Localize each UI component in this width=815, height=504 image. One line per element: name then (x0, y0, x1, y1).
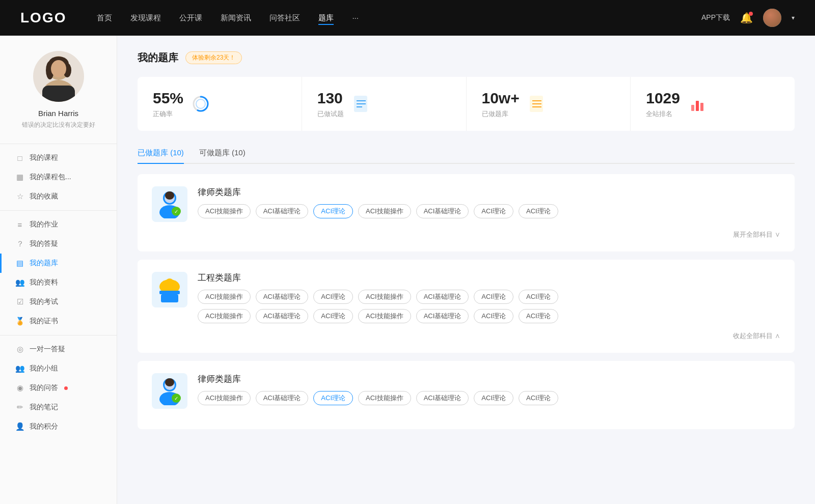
tag-3-3[interactable]: ACI理论 (313, 391, 353, 405)
stat-done-banks-value: 10w+ (482, 89, 520, 107)
svg-rect-20 (696, 101, 699, 111)
tag-2a-7[interactable]: ACI理论 (519, 290, 558, 304)
svg-point-35 (165, 378, 174, 386)
tag-3-4[interactable]: ACI技能操作 (358, 391, 411, 405)
sidebar-item-points[interactable]: 👤 我的积分 (0, 417, 117, 436)
tag-3-5[interactable]: ACI基础理论 (416, 391, 469, 405)
course-package-icon: ▦ (15, 173, 24, 182)
tag-2b-6[interactable]: ACI理论 (474, 309, 513, 323)
tag-1-5[interactable]: ACI基础理论 (416, 204, 469, 218)
stat-site-rank-info: 1029 全站排名 (646, 89, 680, 119)
sidebar-label-my-qa: 我的问答 (30, 383, 58, 393)
sidebar-item-my-qa[interactable]: ◉ 我的问答 (0, 378, 117, 398)
tag-1-6[interactable]: ACI理论 (474, 204, 513, 218)
avatar-illustration (33, 51, 84, 102)
sidebar-item-certificate[interactable]: 🏅 我的证书 (0, 312, 117, 331)
sidebar-label-materials: 我的资料 (30, 278, 58, 287)
qbank-card-lawyer-header: ✓ 律师类题库 ACI技能操作 ACI基础理论 ACI理论 ACI技能操作 AC… (152, 186, 780, 222)
sidebar-item-exam[interactable]: ☑ 我的考试 (0, 292, 117, 312)
nav-home[interactable]: 首页 (97, 13, 112, 23)
tag-2a-4[interactable]: ACI技能操作 (358, 290, 411, 304)
stat-done-banks-label: 已做题库 (482, 109, 520, 119)
sidebar-item-one-on-one[interactable]: ◎ 一对一答疑 (0, 340, 117, 359)
svg-point-6 (51, 60, 66, 77)
sidebar-item-notes[interactable]: ✏ 我的笔记 (0, 398, 117, 417)
main-content: 我的题库 体验剩余23天！ 55% 正确率 (117, 36, 815, 504)
svg-rect-29 (159, 291, 180, 294)
sidebar-item-favorites[interactable]: ☆ 我的收藏 (0, 187, 117, 206)
stat-correct-rate-value: 55% (153, 89, 183, 107)
nav-discover[interactable]: 发现课程 (130, 13, 161, 23)
nav-news[interactable]: 新闻资讯 (221, 13, 251, 23)
nav-qa[interactable]: 问答社区 (269, 13, 300, 23)
main-layout: Brian Harris 错误的决定比没有决定要好 □ 我的课程 ▦ 我的课程包… (0, 36, 815, 504)
tag-3-7[interactable]: ACI理论 (519, 391, 558, 405)
stat-done-questions: 130 已做试题 (302, 77, 467, 131)
sidebar-item-course-package[interactable]: ▦ 我的课程包... (0, 167, 117, 187)
notification-bell-icon[interactable]: 🔔 (740, 12, 753, 24)
sidebar-item-qbank[interactable]: ▤ 我的题库 (0, 254, 117, 273)
nav-opencourse[interactable]: 公开课 (179, 13, 202, 23)
correct-rate-icon (192, 95, 210, 113)
sidebar-item-group[interactable]: 👥 我的小组 (0, 359, 117, 378)
tag-1-3[interactable]: ACI理论 (313, 204, 353, 218)
tag-2a-5[interactable]: ACI基础理论 (416, 290, 469, 304)
tag-2b-1[interactable]: ACI技能操作 (198, 309, 251, 323)
my-qa-icon: ◉ (15, 383, 24, 393)
tag-2a-3[interactable]: ACI理论 (313, 290, 353, 304)
sidebar-item-homework[interactable]: ≡ 我的作业 (0, 215, 117, 234)
stat-done-banks: 10w+ 已做题库 (467, 77, 631, 131)
stat-correct-rate-label: 正确率 (153, 109, 183, 119)
done-questions-icon (352, 95, 370, 113)
tag-2a-6[interactable]: ACI理论 (474, 290, 513, 304)
notes-icon: ✏ (15, 403, 24, 412)
points-icon: 👤 (15, 422, 24, 431)
nav-qbank[interactable]: 题库 (318, 13, 334, 23)
stat-site-rank: 1029 全站排名 (631, 77, 795, 131)
sidebar-label-questions: 我的答疑 (30, 239, 58, 248)
tag-2b-7[interactable]: ACI理论 (519, 309, 558, 323)
tag-1-7[interactable]: ACI理论 (519, 204, 558, 218)
stat-correct-rate: 55% 正确率 (138, 77, 302, 131)
sidebar-item-my-courses[interactable]: □ 我的课程 (0, 148, 117, 167)
qbank-title-1: 律师类题库 (198, 186, 780, 198)
qbank-icon: ▤ (15, 259, 24, 268)
tab-done-banks[interactable]: 已做题库 (10) (138, 143, 184, 164)
chevron-down-icon[interactable]: ▾ (792, 14, 795, 21)
expand-link-2[interactable]: 收起全部科目 ∧ (152, 331, 780, 341)
tag-2b-5[interactable]: ACI基础理论 (416, 309, 469, 323)
materials-icon: 👥 (15, 278, 24, 287)
sidebar-label-one-on-one: 一对一答疑 (30, 345, 65, 354)
sidebar-label-my-courses: 我的课程 (30, 153, 58, 162)
sidebar-label-group: 我的小组 (30, 364, 58, 373)
tag-3-6[interactable]: ACI理论 (474, 391, 513, 405)
tag-2b-4[interactable]: ACI技能操作 (358, 309, 411, 323)
pie-chart-icon (192, 95, 210, 113)
sidebar-item-questions[interactable]: ？ 我的答疑 (0, 234, 117, 254)
tag-1-1[interactable]: ACI技能操作 (198, 204, 251, 218)
tag-2b-3[interactable]: ACI理论 (313, 309, 353, 323)
tag-2a-2[interactable]: ACI基础理论 (256, 290, 309, 304)
tag-1-4[interactable]: ACI技能操作 (358, 204, 411, 218)
profile-area: Brian Harris 错误的决定比没有决定要好 (0, 36, 117, 139)
sidebar-label-course-package: 我的课程包... (30, 173, 71, 182)
qbank-card-lawyer-2-header: ✓ 律师类题库 ACI技能操作 ACI基础理论 ACI理论 ACI技能操作 AC… (152, 373, 780, 409)
site-rank-icon (688, 95, 707, 113)
tag-1-2[interactable]: ACI基础理论 (256, 204, 309, 218)
qbank-title-area-3: 律师类题库 ACI技能操作 ACI基础理论 ACI理论 ACI技能操作 ACI基… (198, 373, 780, 405)
engineering-icon (157, 275, 182, 304)
tab-available-banks[interactable]: 可做题库 (10) (199, 143, 246, 164)
expand-link-1[interactable]: 展开全部科目 ∨ (152, 230, 780, 239)
tags-row-2a: ACI技能操作 ACI基础理论 ACI理论 ACI技能操作 ACI基础理论 AC… (198, 290, 780, 304)
nav-more[interactable]: ··· (352, 13, 359, 23)
profile-name: Brian Harris (38, 109, 78, 118)
tag-2a-1[interactable]: ACI技能操作 (198, 290, 251, 304)
avatar[interactable] (763, 9, 781, 27)
qbank-title-2: 工程类题库 (198, 272, 780, 284)
app-download-button[interactable]: APP下载 (701, 13, 730, 22)
tag-3-1[interactable]: ACI技能操作 (198, 391, 251, 405)
tag-3-2[interactable]: ACI基础理论 (256, 391, 309, 405)
lawyer-icon: ✓ (157, 190, 182, 218)
sidebar-item-materials[interactable]: 👥 我的资料 (0, 273, 117, 292)
tag-2b-2[interactable]: ACI基础理论 (256, 309, 309, 323)
